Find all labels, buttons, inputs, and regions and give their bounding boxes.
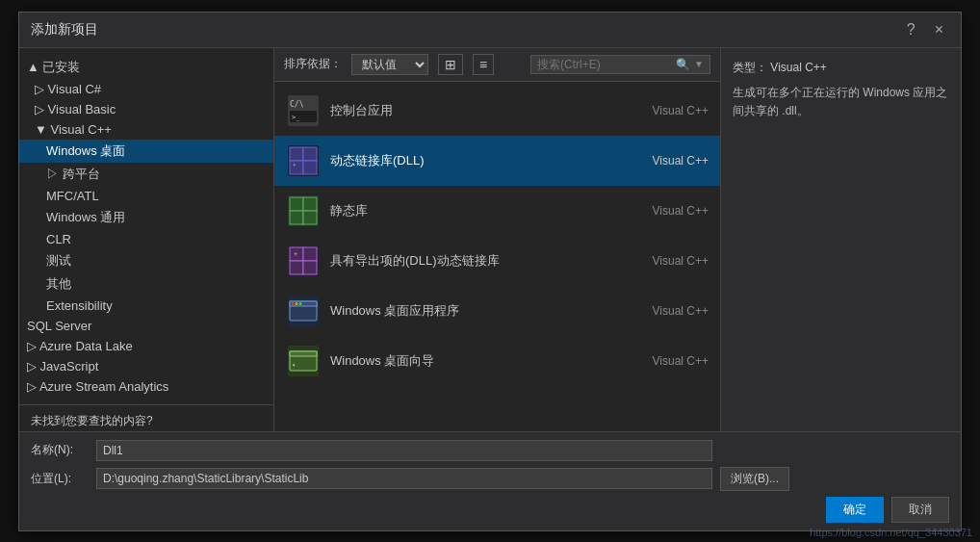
info-description: 生成可在多个正在运行的 Windows 应用之间共享的 .dll。 <box>733 84 949 120</box>
windows-app-name: Windows 桌面应用程序 <box>330 302 622 320</box>
windows-wizard-name: Windows 桌面向导 <box>330 352 622 370</box>
template-windows-wizard[interactable]: ✦ Windows 桌面向导 Visual C++ <box>274 336 720 386</box>
location-input[interactable] <box>96 468 712 489</box>
template-export-dll[interactable]: + 具有导出项的(DLL)动态链接库 Visual C++ <box>274 236 720 286</box>
sidebar-item-azure-data-lake[interactable]: ▷ Azure Data Lake <box>19 336 273 356</box>
browse-button[interactable]: 浏览(B)... <box>720 467 789 491</box>
svg-point-25 <box>296 302 298 305</box>
sidebar-item-mfc-atl[interactable]: MFC/ATL <box>19 186 273 206</box>
sidebar-item-windows-universal[interactable]: Windows 通用 <box>19 206 273 229</box>
content-toolbar: 排序依据： 默认值 ⊞ ≡ 🔍 ▼ <box>274 48 720 82</box>
dialog-controls: ? × <box>901 20 949 39</box>
sidebar-item-other[interactable]: 其他 <box>19 272 273 296</box>
template-dll[interactable]: + 动态链接库(DLL) Visual C++ <box>274 136 720 186</box>
export-dll-lang: Visual C++ <box>632 254 709 268</box>
svg-rect-17 <box>303 247 317 261</box>
sidebar-item-visual-basic[interactable]: ▷ Visual Basic <box>19 99 273 119</box>
grid-view-button[interactable]: ⊞ <box>438 54 463 75</box>
static-lib-icon <box>286 194 321 228</box>
svg-text:+: + <box>293 161 297 168</box>
search-dropdown-icon[interactable]: ▼ <box>694 59 704 69</box>
svg-rect-29 <box>290 351 317 356</box>
info-type-label: 类型： Visual C++ <box>733 60 949 76</box>
dialog-titlebar: 添加新项目 ? × <box>19 13 961 48</box>
sidebar-item-windows-desktop[interactable]: Windows 桌面 <box>19 140 273 163</box>
location-row: 位置(L): 浏览(B)... <box>31 467 949 491</box>
svg-rect-18 <box>290 261 303 274</box>
name-input[interactable] <box>96 440 712 461</box>
template-list: C/\ >_ 控制台应用 Visual C++ <box>274 82 720 431</box>
sidebar-item-javascript[interactable]: ▷ JavaScript <box>19 356 273 376</box>
console-app-lang: Visual C++ <box>632 104 709 117</box>
sidebar-item-visual-cpp[interactable]: ▼ Visual C++ <box>19 119 273 140</box>
sidebar-item-sql-server[interactable]: SQL Server <box>19 316 273 336</box>
svg-rect-6 <box>303 147 317 161</box>
sidebar-footer: 未找到您要查找的内容? 打开 Visual Studio 安装程序 <box>19 404 273 431</box>
dll-lang: Visual C++ <box>632 154 709 168</box>
svg-rect-14 <box>303 211 317 224</box>
sidebar: ▲ 已安装 ▷ Visual C# ▷ Visual Basic ▼ Visua… <box>19 48 274 404</box>
list-view-button[interactable]: ≡ <box>473 54 494 75</box>
sidebar-item-installed[interactable]: ▲ 已安装 <box>19 56 273 79</box>
windows-app-lang: Visual C++ <box>632 304 709 318</box>
static-lib-lang: Visual C++ <box>632 204 709 218</box>
sort-label: 排序依据： <box>284 56 342 72</box>
sidebar-item-extensibility[interactable]: Extensibility <box>19 296 273 316</box>
help-button[interactable]: ? <box>901 20 921 39</box>
svg-text:+: + <box>294 250 297 258</box>
name-label: 名称(N): <box>31 442 89 458</box>
dll-icon: + <box>286 143 321 178</box>
info-panel: 类型： Visual C++ 生成可在多个正在运行的 Windows 应用之间共… <box>720 48 961 431</box>
search-box: 🔍 ▼ <box>530 55 710 74</box>
watermark: https://blog.csdn.net/qq_34430371 <box>810 527 972 538</box>
close-button[interactable]: × <box>929 20 949 39</box>
not-found-text: 未找到您要查找的内容? <box>31 413 262 429</box>
dll-name: 动态链接库(DLL) <box>330 152 622 169</box>
sidebar-item-azure-stream[interactable]: ▷ Azure Stream Analytics <box>19 376 273 397</box>
console-app-icon: C/\ >_ <box>286 93 321 128</box>
sidebar-item-cross-platform[interactable]: ▷ 跨平台 <box>19 163 273 186</box>
confirm-button[interactable]: 确定 <box>826 497 884 523</box>
info-type-value: Visual C++ <box>770 61 826 74</box>
dialog-bottom: 名称(N): 位置(L): 浏览(B)... 确定 取消 <box>19 431 961 530</box>
svg-rect-11 <box>290 197 303 211</box>
dialog-body: ▲ 已安装 ▷ Visual C# ▷ Visual Basic ▼ Visua… <box>19 48 961 431</box>
sort-select[interactable]: 默认值 <box>351 54 428 75</box>
template-static-lib[interactable]: 静态库 Visual C++ <box>274 186 720 236</box>
static-lib-name: 静态库 <box>330 202 622 219</box>
template-console-app[interactable]: C/\ >_ 控制台应用 Visual C++ <box>274 86 720 136</box>
template-windows-app[interactable]: Windows 桌面应用程序 Visual C++ <box>274 286 720 336</box>
svg-point-26 <box>299 302 302 305</box>
cancel-button[interactable]: 取消 <box>891 497 949 523</box>
sidebar-item-test[interactable]: 测试 <box>19 249 273 272</box>
svg-point-24 <box>292 302 295 305</box>
console-app-name: 控制台应用 <box>330 102 622 119</box>
svg-text:>_: >_ <box>292 114 300 121</box>
export-dll-name: 具有导出项的(DLL)动态链接库 <box>330 252 622 270</box>
dialog-title: 添加新项目 <box>31 21 98 39</box>
export-dll-icon: + <box>286 244 321 278</box>
search-input[interactable] <box>537 58 672 71</box>
content-area: 排序依据： 默认值 ⊞ ≡ 🔍 ▼ <box>274 48 720 431</box>
svg-text:C/\: C/\ <box>290 100 304 109</box>
bottom-actions: 确定 取消 <box>31 497 949 523</box>
svg-rect-5 <box>290 147 303 161</box>
svg-rect-19 <box>303 261 317 274</box>
sidebar-item-clr[interactable]: CLR <box>19 229 273 249</box>
windows-wizard-lang: Visual C++ <box>632 354 709 368</box>
name-row: 名称(N): <box>31 440 949 461</box>
windows-wizard-icon: ✦ <box>286 344 321 378</box>
location-label: 位置(L): <box>31 471 89 487</box>
svg-rect-12 <box>303 197 317 211</box>
search-icon: 🔍 <box>676 58 690 71</box>
sidebar-item-visual-csharp[interactable]: ▷ Visual C# <box>19 79 273 99</box>
svg-rect-8 <box>303 161 317 174</box>
add-project-dialog: 添加新项目 ? × ▲ 已安装 ▷ Visual C# ▷ Visual Ba <box>18 12 962 531</box>
windows-app-icon <box>286 294 321 328</box>
svg-rect-13 <box>290 211 303 224</box>
